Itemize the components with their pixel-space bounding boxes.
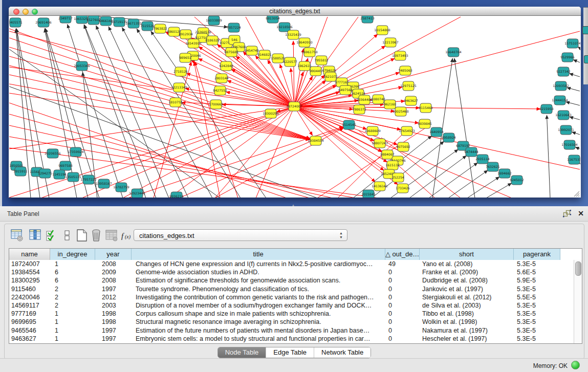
delete-table-icon[interactable] (90, 229, 103, 242)
yellow-node[interactable]: 10973493 (392, 51, 408, 60)
teal-node[interactable]: 16671355 (125, 19, 142, 28)
yellow-node[interactable]: 8454749 (245, 46, 259, 55)
column-header-name[interactable]: name (9, 249, 50, 260)
teal-node[interactable]: 16210643 (555, 111, 572, 120)
teal-node[interactable]: 17016504 (561, 140, 578, 149)
teal-node[interactable]: 2015845 (361, 190, 376, 198)
teal-node[interactable]: 13505135 (65, 172, 81, 182)
table-row[interactable]: 911546021997Tourette syndrome. Phenomeno… (9, 285, 574, 293)
network-canvas[interactable]: 2405571206914062349717106532571527602646… (9, 16, 580, 198)
teal-node[interactable]: 3915911 (13, 167, 28, 176)
table-row[interactable]: 946554611997Estimation of the future num… (9, 326, 574, 335)
yellow-node[interactable]: 7485063 (398, 66, 412, 75)
tab-edge-table[interactable]: Edge Table (266, 347, 314, 358)
teal-node[interactable]: 13958167 (96, 179, 112, 188)
teal-node[interactable]: 16033809 (206, 16, 222, 25)
column-header-in-degree[interactable]: in_degree (50, 249, 95, 260)
teal-node[interactable]: 9697588 (58, 161, 73, 170)
column-header-year[interactable]: year (95, 249, 132, 260)
teal-node[interactable]: 12093582 (553, 81, 569, 91)
yellow-node[interactable]: 2718126 (173, 67, 188, 76)
teal-node[interactable]: 7857224 (227, 23, 241, 32)
yellow-node[interactable]: 10025468 (393, 107, 409, 116)
column-header-short[interactable]: short (420, 249, 514, 260)
yellow-node[interactable]: 8427552 (213, 86, 227, 95)
table-scrollbar[interactable] (574, 260, 582, 343)
teal-node[interactable]: 1145194 (52, 170, 67, 179)
teal-node[interactable]: 12923446 (129, 189, 145, 198)
yellow-node[interactable]: 7955812 (314, 56, 329, 65)
table-row[interactable]: 1830029562008Estimation of significance … (9, 276, 574, 285)
teal-node[interactable]: 17957222 (80, 175, 97, 184)
yellow-node[interactable]: 7986372 (352, 105, 366, 114)
table-row[interactable]: 1872400712008Changes of HCN gene express… (9, 260, 574, 268)
yellow-node[interactable]: 990445 (310, 67, 322, 76)
select-columns-check-icon[interactable] (45, 229, 58, 242)
teal-node[interactable]: 9474444 (464, 147, 478, 157)
yellow-node[interactable]: 16961758 (301, 48, 318, 57)
teal-node[interactable]: 8215958 (539, 104, 554, 114)
table-row[interactable]: 1456911722003Disruption of a novel membe… (9, 301, 574, 310)
tab-network-table[interactable]: Network Table (314, 347, 371, 358)
yellow-node[interactable]: 17654923 (399, 126, 415, 136)
yellow-node[interactable]: 9875685 (224, 48, 238, 57)
teal-node[interactable]: 13992071 (558, 125, 574, 135)
table-row[interactable]: 2242004622012Investigating the contribut… (9, 293, 574, 301)
teal-node[interactable]: 9529966 (560, 53, 575, 62)
teal-node[interactable]: 1694662 (497, 169, 512, 178)
teal-node[interactable]: 1167533 (567, 155, 580, 164)
yellow-node[interactable]: 1810755 (168, 98, 183, 107)
yellow-node[interactable]: 10688609 (364, 126, 381, 136)
column-header-out-de-[interactable]: △ out_de… (385, 249, 420, 260)
teal-node[interactable]: 1294275 (38, 169, 52, 178)
table-row[interactable]: 977716911998Corpus callosum shape and si… (9, 310, 574, 318)
teal-node[interactable]: 8813054 (266, 16, 280, 23)
yellow-node[interactable]: 10154808 (374, 26, 390, 35)
teal-node[interactable]: 1514545 (342, 120, 356, 129)
float-panel-icon[interactable] (563, 210, 571, 217)
table-row[interactable]: 1938455462009Genome-wide association stu… (9, 268, 574, 276)
teal-node[interactable]: 2935114 (475, 155, 490, 164)
table-row[interactable]: 946362711997Embryonic stem cells: a mode… (9, 335, 574, 343)
teal-node[interactable]: 15751074 (564, 39, 580, 48)
table-scrollbar-thumb[interactable] (575, 261, 581, 276)
yellow-node[interactable]: 9839845 (418, 119, 432, 128)
table-selector-combo[interactable]: citations_edges.txt ▲▼ (134, 229, 347, 241)
teal-node[interactable]: 9936214 (169, 192, 184, 198)
yellow-node[interactable]: 13325419 (285, 30, 301, 39)
teal-node[interactable]: 7632621 (486, 162, 500, 171)
yellow-node[interactable]: 989651 (179, 53, 191, 62)
column-header-pagerank[interactable]: pagerank (514, 249, 560, 260)
column-header-title[interactable]: title (132, 249, 385, 260)
tab-node-table[interactable]: Node Table (218, 347, 266, 358)
function-builder-icon[interactable]: f (x) (120, 229, 134, 242)
import-table-icon[interactable] (105, 229, 118, 242)
teal-node[interactable]: 9227342 (556, 67, 571, 76)
yellow-node[interactable]: 9463627 (404, 96, 418, 105)
yellow-node[interactable]: 6497568 (338, 85, 353, 95)
yellow-node[interactable]: 14136141 (372, 182, 388, 191)
show-column-icon[interactable] (29, 229, 42, 242)
teal-node[interactable]: 10719135 (111, 17, 127, 27)
yellow-node[interactable]: 8220577 (283, 57, 297, 67)
yellow-node[interactable]: 962160 (384, 100, 396, 109)
yellow-node[interactable]: 7963822 (153, 24, 167, 33)
table-settings-icon[interactable] (11, 229, 24, 242)
yellow-node[interactable]: 12213349 (171, 83, 187, 92)
background-window-sliver[interactable] (583, 7, 588, 84)
yellow-node[interactable]: 20364486 (356, 95, 373, 104)
teal-node[interactable]: 16782759 (113, 183, 129, 192)
yellow-node[interactable]: 252254 (392, 173, 404, 182)
teal-node[interactable]: 9245012 (510, 176, 524, 185)
row-height-icon[interactable] (61, 229, 74, 242)
yellow-node[interactable]: 18640910 (296, 38, 313, 47)
teal-node[interactable]: 2587413 (360, 16, 375, 23)
network-window-titlebar[interactable]: citations_edges.txt (9, 7, 581, 16)
teal-node[interactable]: 20691406 (35, 18, 52, 27)
teal-node[interactable]: 7515526 (140, 21, 155, 31)
yellow-node[interactable]: 18724007 (286, 102, 302, 111)
yellow-node[interactable]: 9146821 (257, 50, 272, 59)
yellow-node[interactable]: 9075692 (396, 142, 410, 151)
yellow-node[interactable]: 12975125 (400, 81, 417, 91)
teal-node[interactable]: 20206556 (45, 149, 61, 158)
